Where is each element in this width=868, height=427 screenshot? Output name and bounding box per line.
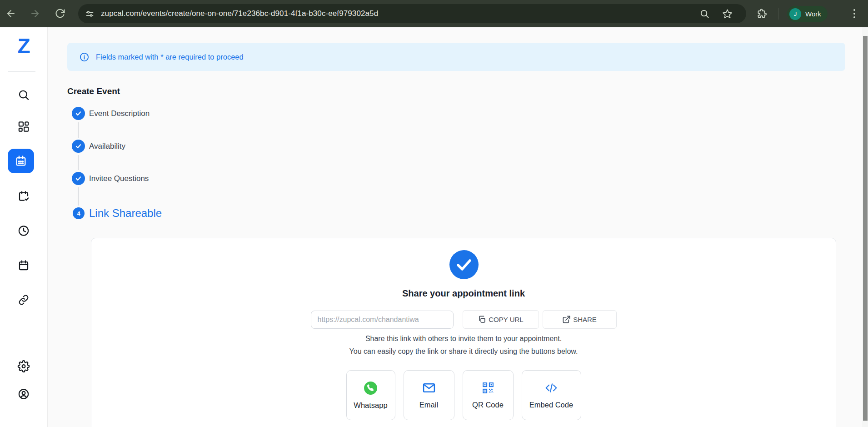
step-label-event-description[interactable]: Event Description [89, 109, 150, 119]
reload-icon[interactable] [55, 8, 65, 19]
forward-icon[interactable] [30, 8, 40, 19]
banner-message: Fields marked with * are required to pro… [96, 53, 244, 61]
sidebar-item-dashboard[interactable] [18, 121, 30, 133]
email-label: Email [419, 401, 438, 409]
whatsapp-share-button[interactable]: Whatsapp [346, 370, 395, 420]
scrollbar-track[interactable] [862, 27, 868, 427]
browser-toolbar: zupcal.com/events/create/one-on-one/71e2… [0, 0, 868, 27]
email-icon [422, 381, 436, 395]
profile-name: Work [805, 10, 821, 18]
copy-url-button[interactable]: COPY URL [463, 310, 539, 329]
share-options-row: Whatsapp Email QR Code Embed Code [91, 370, 836, 420]
zupcal-logo[interactable]: Z [17, 34, 30, 58]
step-1-check[interactable] [72, 107, 85, 120]
step-connector [78, 122, 79, 138]
link-icon [18, 294, 30, 306]
sidebar-item-calendar[interactable] [18, 259, 30, 271]
qr-code-label: QR Code [472, 401, 504, 409]
copy-icon [478, 315, 486, 324]
share-button[interactable]: SHARE [543, 310, 617, 329]
sidebar-item-settings[interactable] [18, 360, 30, 372]
step-4-number[interactable]: 4 [73, 207, 85, 219]
dashboard-icon [18, 121, 30, 133]
clock-icon [18, 225, 30, 237]
step-label-availability[interactable]: Availability [89, 141, 125, 151]
page-title: Create Event [67, 86, 120, 96]
check-icon [75, 175, 82, 182]
more-menu-icon[interactable] [851, 8, 858, 19]
site-settings-icon[interactable] [85, 9, 95, 19]
sidebar-item-events-active[interactable] [8, 149, 34, 173]
sidebar-item-links[interactable] [18, 294, 30, 306]
calendar-icon [18, 259, 30, 271]
step-connector [78, 187, 79, 206]
sidebar-item-account[interactable] [18, 388, 30, 400]
share-description-line2: You can easily copy the link or share it… [91, 345, 836, 358]
back-icon[interactable] [5, 8, 16, 19]
whatsapp-label: Whatsapp [354, 401, 387, 410]
email-share-button[interactable]: Email [404, 370, 454, 420]
qr-code-icon [481, 381, 495, 395]
search-icon [18, 89, 30, 101]
app-sidebar: Z [0, 27, 48, 427]
calendar-check-icon [18, 190, 30, 202]
embed-code-label: Embed Code [529, 401, 573, 409]
settings-gear-icon [18, 360, 30, 372]
sidebar-divider [8, 71, 35, 72]
scrollbar-thumb[interactable] [863, 36, 868, 421]
check-icon [75, 110, 82, 117]
sidebar-item-bookings[interactable] [18, 190, 30, 202]
account-icon [18, 388, 30, 400]
share-description: Share this link with others to invite th… [91, 332, 836, 357]
step-label-link-shareable[interactable]: Link Shareable [89, 206, 162, 220]
zoom-indicator-icon[interactable] [699, 9, 710, 19]
external-share-icon [562, 315, 571, 324]
step-label-invitee-questions[interactable]: Invitee Questions [89, 174, 149, 184]
profile-avatar: J [789, 8, 801, 20]
embed-code-icon [544, 381, 559, 395]
bookmark-star-icon[interactable] [722, 9, 733, 19]
copy-url-label: COPY URL [489, 316, 523, 323]
step-connector [78, 155, 79, 170]
share-description-line1: Share this link with others to invite th… [91, 332, 836, 345]
share-label: SHARE [573, 316, 597, 323]
browser-profile-chip[interactable]: J Work [787, 6, 828, 22]
step-3-check[interactable] [72, 172, 85, 185]
sidebar-item-availability[interactable] [18, 225, 30, 237]
whatsapp-icon [364, 381, 378, 395]
events-calendar-icon [15, 155, 27, 167]
url-address-bar[interactable]: zupcal.com/events/create/one-on-one/71e2… [78, 4, 746, 23]
main-content: Fields marked with * are required to pro… [48, 27, 868, 427]
link-row: COPY URL SHARE [91, 310, 836, 329]
qr-code-share-button[interactable]: QR Code [463, 370, 514, 420]
required-fields-banner: Fields marked with * are required to pro… [67, 43, 845, 71]
share-heading: Share your appointment link [91, 288, 836, 299]
step-2-check[interactable] [72, 140, 85, 153]
info-icon [80, 52, 89, 62]
check-icon [75, 142, 82, 150]
embed-code-share-button[interactable]: Embed Code [522, 370, 581, 420]
appointment-link-input[interactable] [311, 311, 454, 329]
sidebar-item-search[interactable] [18, 89, 30, 101]
extensions-icon[interactable] [756, 8, 767, 19]
url-text: zupcal.com/events/create/one-on-one/71e2… [101, 9, 378, 18]
success-check-icon [449, 250, 479, 279]
link-shareable-card: Share your appointment link COPY URL SHA… [91, 238, 836, 427]
toolbar-separator [778, 8, 778, 20]
